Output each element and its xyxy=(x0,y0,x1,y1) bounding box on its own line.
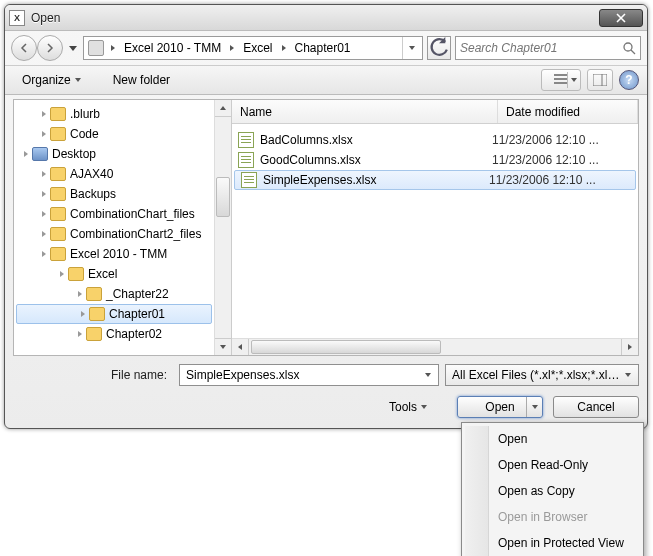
chevron-right-icon[interactable] xyxy=(279,37,289,59)
tools-label: Tools xyxy=(389,400,417,414)
toolbar: Organize New folder ? xyxy=(5,65,647,95)
chevron-right-icon[interactable] xyxy=(108,37,118,59)
forward-button[interactable] xyxy=(37,35,63,61)
expander-icon[interactable] xyxy=(38,191,50,197)
breadcrumb[interactable]: Chapter01 xyxy=(291,37,355,59)
column-header-date[interactable]: Date modified xyxy=(498,100,638,123)
filename-combo[interactable] xyxy=(179,364,439,386)
expander-icon[interactable] xyxy=(38,111,50,117)
tree-node-label: Excel 2010 - TMM xyxy=(70,247,167,261)
expander-icon[interactable] xyxy=(74,331,86,337)
filter-dropdown[interactable] xyxy=(620,366,636,384)
search-box[interactable] xyxy=(455,36,641,60)
excel-file-icon xyxy=(241,172,257,188)
expander-icon[interactable] xyxy=(38,131,50,137)
filename-input[interactable] xyxy=(186,368,420,382)
new-folder-button[interactable]: New folder xyxy=(104,69,179,91)
tree-node[interactable]: Desktop xyxy=(14,144,214,164)
menu-item: Open in Browser xyxy=(465,504,640,530)
folder-tree: .blurbCodeDesktopAJAX40BackupsCombinatio… xyxy=(14,100,232,355)
folder-icon xyxy=(68,267,84,281)
address-bar[interactable]: Excel 2010 - TMM Excel Chapter01 xyxy=(83,36,423,60)
address-dropdown[interactable] xyxy=(402,37,420,59)
column-header-name[interactable]: Name xyxy=(232,100,498,123)
tree-node-label: Chapter02 xyxy=(106,327,162,341)
open-dropdown-menu: OpenOpen Read-OnlyOpen as CopyOpen in Br… xyxy=(461,422,644,556)
tree-node[interactable]: Backups xyxy=(14,184,214,204)
view-icon xyxy=(554,74,568,86)
open-button[interactable]: Open xyxy=(457,396,543,418)
nav-history-dropdown[interactable] xyxy=(69,46,77,51)
file-name: SimpleExpenses.xlsx xyxy=(263,173,489,187)
scroll-track[interactable] xyxy=(215,117,231,338)
scroll-thumb[interactable] xyxy=(251,340,441,354)
file-date: 11/23/2006 12:10 ... xyxy=(489,173,629,187)
open-dialog: X Open Excel 2010 - TMM Excel Chapter01 xyxy=(4,4,648,429)
tree-node[interactable]: _Chapter22 xyxy=(14,284,214,304)
menu-item[interactable]: Open in Protected View xyxy=(465,530,640,556)
open-split-dropdown[interactable] xyxy=(526,397,542,417)
search-input[interactable] xyxy=(460,41,622,55)
tree-node-label: CombinationChart_files xyxy=(70,207,195,221)
tree-node[interactable]: Chapter02 xyxy=(14,324,214,344)
help-button[interactable]: ? xyxy=(619,70,639,90)
scroll-right-button[interactable] xyxy=(621,339,638,355)
desktop-icon xyxy=(32,147,48,161)
expander-icon[interactable] xyxy=(74,291,86,297)
tree-node[interactable]: .blurb xyxy=(14,104,214,124)
expander-icon[interactable] xyxy=(38,211,50,217)
expander-icon[interactable] xyxy=(38,251,50,257)
file-row[interactable]: SimpleExpenses.xlsx11/23/2006 12:10 ... xyxy=(234,170,636,190)
content-panes: .blurbCodeDesktopAJAX40BackupsCombinatio… xyxy=(13,99,639,356)
expander-icon[interactable] xyxy=(38,171,50,177)
filename-dropdown[interactable] xyxy=(420,366,436,384)
file-date: 11/23/2006 12:10 ... xyxy=(492,153,632,167)
list-h-scrollbar[interactable] xyxy=(232,338,638,355)
excel-file-icon xyxy=(238,152,254,168)
filter-combo[interactable]: All Excel Files (*.xl*;*.xlsx;*.xlsm; xyxy=(445,364,639,386)
file-row[interactable]: GoodColumns.xlsx11/23/2006 12:10 ... xyxy=(232,150,638,170)
folder-icon xyxy=(50,167,66,181)
scroll-up-button[interactable] xyxy=(215,100,231,117)
organize-button[interactable]: Organize xyxy=(13,69,90,91)
chevron-right-icon[interactable] xyxy=(227,37,237,59)
tree-node-label: Code xyxy=(70,127,99,141)
menu-item[interactable]: Open Read-Only xyxy=(465,452,640,478)
expander-icon[interactable] xyxy=(20,151,32,157)
file-row[interactable]: BadColumns.xlsx11/23/2006 12:10 ... xyxy=(232,130,638,150)
tree-node[interactable]: AJAX40 xyxy=(14,164,214,184)
new-folder-label: New folder xyxy=(113,73,170,87)
cancel-button[interactable]: Cancel xyxy=(553,396,639,418)
preview-pane-button[interactable] xyxy=(587,69,613,91)
tree-node[interactable]: CombinationChart2_files xyxy=(14,224,214,244)
menu-item[interactable]: Open as Copy xyxy=(465,478,640,504)
expander-icon[interactable] xyxy=(38,231,50,237)
tree-scrollbar[interactable] xyxy=(214,100,231,355)
scroll-left-button[interactable] xyxy=(232,339,249,355)
tools-menu[interactable]: Tools xyxy=(389,400,427,414)
excel-file-icon xyxy=(238,132,254,148)
filter-text[interactable]: All Excel Files (*.xl*;*.xlsx;*.xlsm; xyxy=(452,368,620,382)
menu-item[interactable]: Open xyxy=(465,426,640,452)
breadcrumb[interactable]: Excel 2010 - TMM xyxy=(120,37,225,59)
title-bar[interactable]: X Open xyxy=(5,5,647,31)
scroll-track[interactable] xyxy=(249,339,621,355)
expander-icon[interactable] xyxy=(77,311,89,317)
breadcrumb[interactable]: Excel xyxy=(239,37,276,59)
expander-icon[interactable] xyxy=(56,271,68,277)
tree-node[interactable]: Chapter01 xyxy=(16,304,212,324)
scroll-thumb[interactable] xyxy=(216,177,230,217)
folder-icon xyxy=(86,287,102,301)
tree-node[interactable]: Excel xyxy=(14,264,214,284)
chevron-down-icon xyxy=(421,405,427,409)
scroll-down-button[interactable] xyxy=(215,338,231,355)
tree-node-label: _Chapter22 xyxy=(106,287,169,301)
close-button[interactable] xyxy=(599,9,643,27)
back-button[interactable] xyxy=(11,35,37,61)
view-mode-button[interactable] xyxy=(541,69,581,91)
tree-node[interactable]: CombinationChart_files xyxy=(14,204,214,224)
tree-node[interactable]: Excel 2010 - TMM xyxy=(14,244,214,264)
refresh-button[interactable] xyxy=(427,36,451,60)
computer-icon xyxy=(88,40,104,56)
tree-node[interactable]: Code xyxy=(14,124,214,144)
